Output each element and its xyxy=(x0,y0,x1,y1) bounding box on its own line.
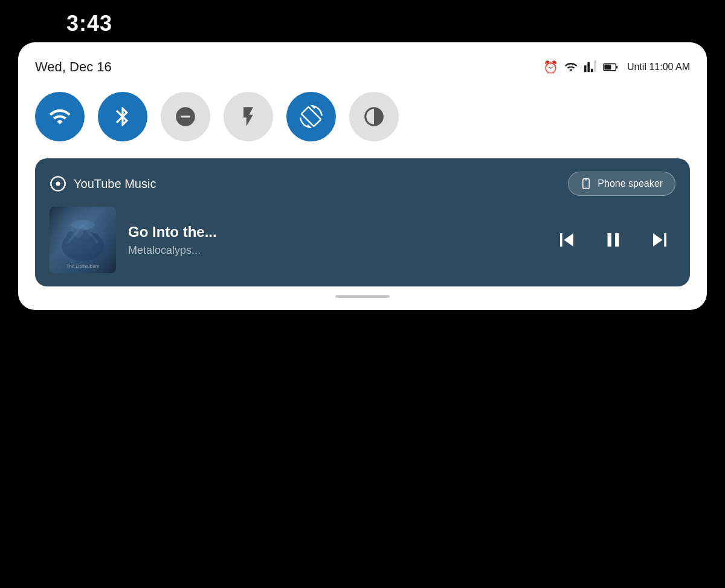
toggle-flashlight[interactable] xyxy=(224,92,273,141)
pause-icon xyxy=(602,228,625,251)
previous-track-button[interactable] xyxy=(551,224,582,256)
svg-point-4 xyxy=(56,182,60,186)
next-track-button[interactable] xyxy=(644,224,675,256)
media-app-name: YouTube Music xyxy=(74,177,156,191)
battery-status: Until 11:00 AM xyxy=(627,62,690,73)
media-player: YouTube Music Phone speaker xyxy=(35,158,690,286)
notification-panel: Wed, Dec 16 ⏰ Until 11:00 AM xyxy=(18,42,707,310)
album-art-graphic xyxy=(56,213,110,267)
svg-rect-1 xyxy=(604,65,611,69)
svg-rect-6 xyxy=(585,179,588,180)
drag-handle[interactable] xyxy=(335,295,390,298)
album-text: The Dethalbum xyxy=(50,263,116,270)
status-icons: ⏰ Until 11:00 AM xyxy=(543,60,690,74)
status-bar: 3:43 xyxy=(0,0,725,42)
next-icon xyxy=(646,227,673,253)
media-header: YouTube Music Phone speaker xyxy=(50,172,675,196)
track-artist: Metalocalyps... xyxy=(128,244,529,257)
panel-header: Wed, Dec 16 ⏰ Until 11:00 AM xyxy=(35,59,690,75)
media-content: The Dethalbum Go Into the... Metalocalyp… xyxy=(50,207,675,273)
previous-icon xyxy=(553,227,580,253)
signal-bars-icon xyxy=(584,60,597,74)
youtube-music-icon xyxy=(50,175,66,192)
date-display: Wed, Dec 16 xyxy=(35,59,112,75)
battery-icon xyxy=(603,60,619,74)
toggle-bluetooth[interactable] xyxy=(98,92,147,141)
media-controls xyxy=(551,224,675,256)
track-info: Go Into the... Metalocalyps... xyxy=(128,224,529,257)
speaker-label: Phone speaker xyxy=(598,178,663,189)
quick-toggles xyxy=(35,92,690,141)
alarm-icon: ⏰ xyxy=(543,60,558,74)
album-art: The Dethalbum xyxy=(50,207,116,273)
track-title: Go Into the... xyxy=(128,224,529,241)
phone-speaker-icon xyxy=(581,178,591,189)
svg-point-7 xyxy=(586,187,587,188)
svg-rect-2 xyxy=(616,66,617,69)
pause-button[interactable] xyxy=(599,226,627,254)
toggle-dnd[interactable] xyxy=(161,92,210,141)
bottom-handle xyxy=(35,295,690,298)
toggle-display[interactable] xyxy=(349,92,399,141)
clock: 3:43 xyxy=(66,11,112,36)
toggle-wifi[interactable] xyxy=(35,92,85,141)
speaker-button[interactable]: Phone speaker xyxy=(568,172,675,196)
toggle-autorotate[interactable] xyxy=(286,92,336,141)
media-app-info: YouTube Music xyxy=(50,175,156,192)
wifi-signal-icon xyxy=(564,60,578,74)
